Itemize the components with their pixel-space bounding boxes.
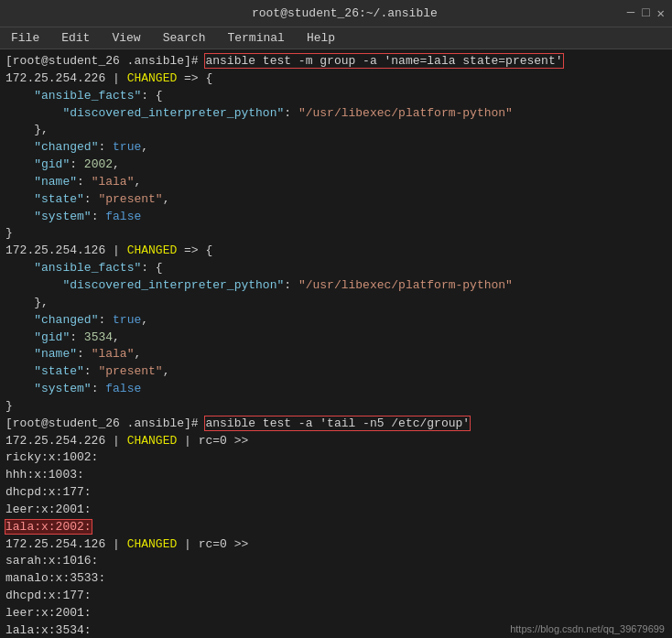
- ip3-text: 172.25.254.226: [5, 434, 105, 448]
- b2-l5: "gid": 3534,: [5, 330, 667, 347]
- terminal-line-ip2: 172.25.254.126 | CHANGED => {: [5, 243, 667, 260]
- terminal-line-ip3: 172.25.254.226 | CHANGED | rc=0 >>: [5, 433, 667, 450]
- b1-l9: }: [5, 225, 667, 243]
- minimize-icon[interactable]: ─: [627, 5, 634, 21]
- b1-l5: "gid": 2002,: [5, 157, 667, 174]
- b3-l3: dhcpd:x:177:: [5, 484, 667, 502]
- maximize-icon[interactable]: □: [642, 5, 649, 21]
- rc2: rc=0 >>: [199, 537, 249, 551]
- menu-file[interactable]: File: [7, 29, 43, 47]
- prompt-text: [root@student_26 .ansible]#: [5, 54, 199, 68]
- b1-l2: "discovered_interpreter_python": "/usr/l…: [5, 105, 667, 123]
- b1-l7: "state": "present",: [5, 191, 667, 209]
- changed4: CHANGED: [127, 537, 178, 551]
- b4-l3: dhcpd:x:177:: [5, 588, 667, 605]
- b2-l3: },: [5, 295, 667, 312]
- b1-l4: "changed": true,: [5, 139, 667, 157]
- b4-l4: leer:x:2001:: [5, 605, 667, 622]
- changed1: CHANGED: [127, 71, 178, 85]
- cmd1-highlight: ansible test -m group -a 'name=lala stat…: [199, 54, 563, 68]
- menu-help[interactable]: Help: [303, 29, 339, 47]
- terminal-line-prompt2: [root@student_26 .ansible]# ansible test…: [5, 416, 667, 433]
- b4-l2: manalo:x:3533:: [5, 570, 667, 588]
- b2-l1: "ansible_facts": {: [5, 260, 667, 277]
- ip1-text: 172.25.254.226: [5, 71, 105, 85]
- prompt2-text: [root@student_26 .ansible]#: [5, 416, 199, 430]
- b2-l9: }: [5, 398, 667, 416]
- terminal-line-ip4: 172.25.254.126 | CHANGED | rc=0 >>: [5, 536, 667, 554]
- b1-l3: },: [5, 122, 667, 139]
- cmd2-wrap: ansible test -a 'tail -n5 /etc/group': [199, 416, 470, 430]
- close-icon[interactable]: ✕: [657, 5, 665, 21]
- title-bar-controls[interactable]: ─ □ ✕: [627, 5, 665, 21]
- b1-l6: "name": "lala",: [5, 174, 667, 191]
- b2-l7: "state": "present",: [5, 363, 667, 381]
- b2-l2: "discovered_interpreter_python": "/usr/l…: [5, 277, 667, 295]
- b2-l4: "changed": true,: [5, 312, 667, 330]
- ip4-text: 172.25.254.126: [5, 537, 105, 551]
- b1-l1: "ansible_facts": {: [5, 88, 667, 105]
- watermark: https://blog.csdn.net/qq_39679699: [510, 623, 665, 634]
- rc1: rc=0 >>: [199, 434, 249, 448]
- b3-l5-lala: lala:x:2002:: [5, 519, 667, 536]
- b4-l1: sarah:x:1016:: [5, 553, 667, 570]
- ip2-text: 172.25.254.126: [5, 243, 105, 257]
- changed2: CHANGED: [127, 243, 178, 257]
- title-bar-title: root@student_26:~/.ansible: [62, 6, 627, 20]
- menu-view[interactable]: View: [108, 29, 144, 47]
- terminal[interactable]: [root@student_26 .ansible]# ansible test…: [0, 49, 672, 636]
- b3-l2: hhh:x:1003:: [5, 467, 667, 484]
- b2-l8: "system": false: [5, 381, 667, 398]
- menu-bar: File Edit View Search Terminal Help: [0, 27, 672, 49]
- sep1: |: [105, 71, 126, 85]
- b3-l4: leer:x:2001:: [5, 502, 667, 519]
- arrow1: => {: [177, 71, 212, 85]
- terminal-line-prompt1: [root@student_26 .ansible]# ansible test…: [5, 53, 667, 70]
- arrow2: => {: [177, 243, 212, 257]
- menu-search[interactable]: Search: [159, 29, 210, 47]
- terminal-line-ip1: 172.25.254.226 | CHANGED => {: [5, 70, 667, 88]
- menu-edit[interactable]: Edit: [58, 29, 93, 47]
- title-bar: root@student_26:~/.ansible ─ □ ✕: [0, 0, 672, 27]
- sep2: |: [105, 243, 126, 257]
- b1-l8: "system": false: [5, 209, 667, 226]
- b2-l6: "name": "lala",: [5, 346, 667, 363]
- changed3: CHANGED: [127, 434, 178, 448]
- b3-l1: ricky:x:1002:: [5, 449, 667, 467]
- menu-terminal[interactable]: Terminal: [223, 29, 287, 47]
